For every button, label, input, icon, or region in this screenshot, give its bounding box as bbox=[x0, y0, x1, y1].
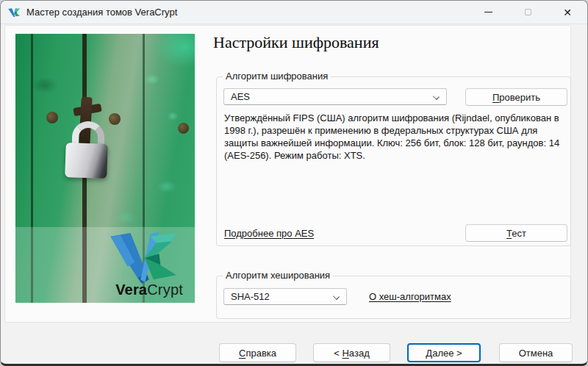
hash-info-link[interactable]: О хеш-алгоритмах bbox=[369, 291, 451, 302]
hash-algorithm-value: SHA-512 bbox=[231, 291, 270, 302]
hash-group-label: Алгоритм хеширования bbox=[223, 270, 333, 281]
veracrypt-logo-icon bbox=[105, 231, 184, 284]
logo-band: VeraCrypt bbox=[15, 227, 195, 303]
maximize-icon bbox=[525, 9, 531, 15]
hash-algorithm-group: Алгоритм хеширования SHA-512 О хеш-алгор… bbox=[216, 276, 571, 319]
cancel-button[interactable]: Отмена bbox=[499, 343, 573, 362]
more-about-aes-link[interactable]: Подробнее про AES bbox=[224, 228, 314, 239]
back-button[interactable]: < Назад bbox=[313, 343, 390, 362]
encryption-group-label: Алгоритм шифрования bbox=[223, 71, 331, 82]
bolt-icon bbox=[46, 112, 58, 123]
encryption-algorithm-value: AES bbox=[231, 91, 250, 102]
page-title: Настройки шифрования bbox=[213, 33, 379, 52]
padlock-photo: VeraCrypt bbox=[15, 34, 195, 303]
encryption-algorithm-select[interactable]: AES bbox=[223, 88, 447, 105]
titlebar: Мастер создания томов VeraCrypt ✕ bbox=[1, 1, 587, 24]
chevron-down-icon bbox=[433, 93, 440, 100]
minimize-button[interactable] bbox=[468, 1, 508, 24]
maximize-button bbox=[508, 1, 548, 24]
veracrypt-wordmark: VeraCrypt bbox=[115, 281, 183, 298]
veracrypt-wizard-window: Мастер создания томов VeraCrypt ✕ bbox=[0, 0, 588, 366]
veracrypt-logo-icon bbox=[8, 7, 21, 18]
padlock-body-icon bbox=[65, 143, 108, 179]
benchmark-button[interactable]: Проверить bbox=[465, 88, 567, 106]
hash-algorithm-select[interactable]: SHA-512 bbox=[223, 288, 347, 305]
close-icon: ✕ bbox=[563, 7, 572, 18]
chevron-down-icon bbox=[333, 293, 340, 300]
wizard-page-panel: VeraCrypt Настройки шифрования Алгоритм … bbox=[4, 25, 571, 323]
close-button[interactable]: ✕ bbox=[548, 1, 587, 24]
window-title: Мастер создания томов VeraCrypt bbox=[26, 7, 177, 18]
minimize-icon bbox=[484, 12, 492, 12]
window-controls: ✕ bbox=[468, 1, 587, 24]
algorithm-description: Утверждённый FIPS (США) алгоритм шифрова… bbox=[224, 112, 568, 162]
test-button[interactable]: Тест bbox=[465, 224, 567, 242]
bolt-icon bbox=[109, 113, 121, 125]
help-button[interactable]: Справка bbox=[219, 343, 296, 362]
encryption-algorithm-group: Алгоритм шифрования AES Проверить Утверж… bbox=[216, 76, 571, 246]
next-button[interactable]: Далее > bbox=[407, 343, 481, 362]
bolt-icon bbox=[178, 123, 189, 134]
